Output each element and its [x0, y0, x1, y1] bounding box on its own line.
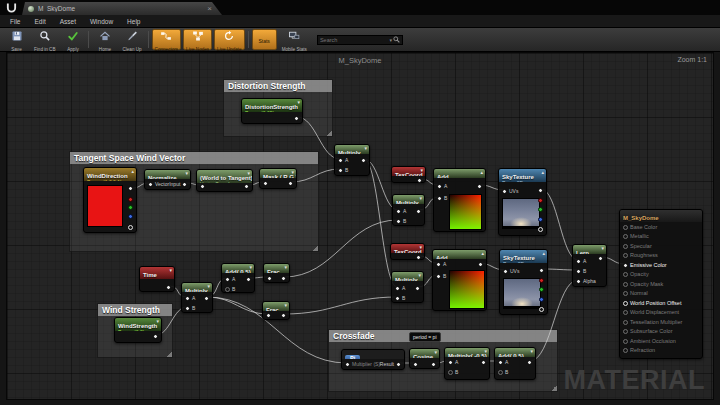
collapse-arrow-icon[interactable]: ▴ [481, 250, 484, 257]
input-pin[interactable] [623, 320, 628, 325]
input-pin[interactable] [623, 329, 628, 334]
tab-m-skydome[interactable]: M_SkyDome × [22, 2, 222, 15]
node-multiply-4[interactable]: Multiply▾AB [181, 282, 213, 313]
input-pin[interactable] [338, 168, 343, 173]
collapse-arrow-icon[interactable]: ▾ [420, 167, 423, 174]
node-add-const-1[interactable]: Add(,0.5)▾AB [221, 263, 255, 293]
output-pin[interactable] [477, 184, 482, 189]
collapse-arrow-icon[interactable]: ▾ [291, 169, 294, 176]
node-distortion-strength[interactable]: DistortionStrength▾Param (0.05) [241, 98, 303, 124]
collapse-arrow-icon[interactable]: ▾ [156, 318, 159, 325]
node-texcoord-1[interactable]: TexCoord▾ [391, 166, 426, 183]
output-pin[interactable] [244, 184, 249, 189]
output-pin[interactable] [204, 296, 209, 301]
input-pin[interactable] [267, 276, 272, 281]
output-pin[interactable] [396, 362, 401, 367]
output-pin[interactable] [128, 186, 133, 191]
collapse-arrow-icon[interactable]: ▾ [601, 245, 604, 252]
output-pin[interactable] [538, 227, 543, 232]
output-pin[interactable] [539, 268, 544, 273]
node-header[interactable]: Frac▾ [264, 264, 289, 273]
input-pin[interactable] [623, 272, 628, 277]
input-pin[interactable] [396, 219, 401, 224]
output-pin[interactable] [153, 334, 158, 339]
home-button[interactable]: Home [92, 29, 117, 50]
output-pin[interactable] [281, 313, 286, 318]
stats-button[interactable]: Stats [252, 29, 277, 50]
collapse-arrow-icon[interactable]: ▾ [284, 264, 287, 271]
node-add-1[interactable]: Add▴AB [433, 168, 486, 232]
collapse-arrow-icon[interactable]: ▾ [169, 267, 172, 274]
node-add-2[interactable]: Add▴AB [432, 249, 487, 311]
node-multiply-3[interactable]: Multiply▾AB [391, 271, 424, 303]
output-pin[interactable] [416, 209, 421, 214]
clean-up-button[interactable]: Clean Up [119, 29, 144, 50]
input-pin[interactable] [338, 158, 343, 163]
menu-item-window[interactable]: Window [83, 18, 120, 25]
collapse-arrow-icon[interactable]: ▾ [419, 244, 422, 251]
input-pin[interactable] [623, 282, 628, 287]
output-pin[interactable] [288, 181, 293, 186]
input-pin[interactable] [576, 269, 581, 274]
output-pin[interactable] [538, 198, 543, 203]
collapse-arrow-icon[interactable]: ▾ [284, 302, 287, 309]
output-pin[interactable] [539, 287, 544, 292]
input-pin[interactable] [436, 274, 441, 279]
collapse-arrow-icon[interactable]: ▴ [542, 250, 545, 257]
node-header[interactable]: Cosine▾ [410, 349, 439, 358]
input-pin[interactable] [623, 263, 628, 268]
node-header[interactable]: Multiply▾ [392, 272, 423, 281]
node-header[interactable]: WindDirection▴Param (1,0,0,1) [84, 168, 136, 181]
input-pin[interactable] [185, 306, 190, 311]
input-pin[interactable] [498, 370, 503, 375]
live-nodes-button[interactable]: Live Nodes [183, 29, 212, 50]
input-pin[interactable] [623, 301, 628, 306]
menu-item-file[interactable]: File [3, 18, 27, 25]
output-pin[interactable] [481, 360, 486, 365]
node-header[interactable]: Pi [342, 350, 404, 359]
node-sky-texture-1[interactable]: SkyTexture▴Param2DUVs [498, 168, 547, 236]
collapse-arrow-icon[interactable]: ▴ [480, 169, 483, 176]
node-normalize[interactable]: Normalize▾VectorInput [144, 169, 191, 190]
collapse-arrow-icon[interactable]: ▾ [418, 272, 421, 279]
node-header[interactable]: Add▴ [433, 250, 486, 259]
input-pin[interactable] [395, 296, 400, 301]
collapse-arrow-icon[interactable]: ▾ [249, 264, 252, 271]
output-pin[interactable] [431, 362, 436, 367]
output-pin[interactable] [539, 278, 544, 283]
output-pin[interactable] [294, 116, 299, 121]
chevron-down-icon[interactable]: ▾ [389, 37, 392, 43]
node-header[interactable]: Lerp▾ [573, 245, 606, 254]
node-header[interactable]: Add(,0.5)▾ [222, 264, 254, 273]
node-header[interactable]: Time▾ [140, 267, 174, 279]
collapse-arrow-icon[interactable]: ▾ [530, 348, 533, 355]
node-multiply-1[interactable]: Multiply▾AB [334, 144, 370, 176]
output-pin[interactable] [538, 217, 543, 222]
node-pi[interactable]: PiMultiplier (S)Result [341, 349, 405, 370]
node-header[interactable]: Multiply▾ [393, 195, 424, 204]
menu-item-asset[interactable]: Asset [53, 18, 83, 25]
input-pin[interactable] [436, 262, 441, 267]
mobile-stats-button[interactable]: Mobile Stats [279, 29, 310, 50]
close-icon[interactable]: × [207, 5, 212, 13]
input-pin[interactable] [448, 360, 453, 365]
collapse-arrow-icon[interactable]: ▴ [541, 169, 544, 176]
node-header[interactable]: Multiply▾ [182, 283, 212, 292]
apply-button[interactable]: Apply [60, 29, 85, 50]
input-pin[interactable] [623, 339, 628, 344]
node-header[interactable]: Add▴ [434, 169, 485, 178]
collapse-arrow-icon[interactable]: ▾ [434, 349, 437, 356]
node-sky-texture-2[interactable]: SkyTexture▴Param2DUVs [499, 249, 548, 315]
collapse-arrow-icon[interactable]: ▾ [247, 170, 250, 177]
input-pin[interactable] [148, 182, 153, 187]
node-time[interactable]: Time▾ [139, 266, 175, 292]
graph-canvas[interactable]: M_SkyDome Zoom 1:1 MATERIAL Distortion S… [6, 52, 714, 400]
node-header[interactable]: Mask ( R G )▾ [260, 169, 296, 178]
node-output[interactable]: M_SkyDomeBase ColorMetallicSpecularRough… [619, 209, 703, 359]
output-pin[interactable] [246, 277, 251, 282]
node-header[interactable]: SkyTexture▴Param2D [500, 250, 547, 263]
output-pin[interactable] [128, 225, 133, 230]
input-pin[interactable] [263, 181, 268, 186]
input-pin[interactable] [623, 234, 628, 239]
input-pin[interactable] [225, 287, 230, 292]
